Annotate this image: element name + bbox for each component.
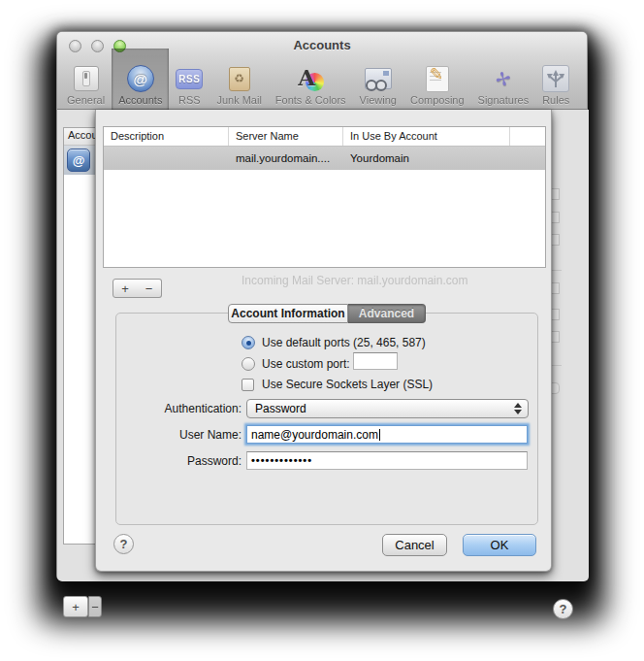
- toolbar-item-rules[interactable]: Rules: [535, 49, 576, 110]
- switch-icon: [73, 65, 100, 92]
- custom-port-radio[interactable]: [242, 357, 255, 371]
- authentication-value: Password: [255, 402, 306, 415]
- toolbar-item-viewing[interactable]: Viewing: [353, 49, 403, 110]
- mail-account-icon: @: [67, 149, 90, 172]
- custom-port-input[interactable]: [353, 352, 398, 370]
- table-header-row: Description Server Name In Use By Accoun…: [104, 127, 545, 147]
- ghost-field-fragment: [551, 282, 560, 294]
- add-server-button[interactable]: +: [113, 279, 138, 298]
- ghost-field-fragment: [551, 188, 560, 200]
- window-help-button[interactable]: ?: [553, 599, 573, 619]
- cell-description: [104, 147, 229, 170]
- fountain-pen-icon: ✢: [490, 65, 517, 92]
- tab-bar: Account Information Advanced: [228, 304, 426, 323]
- password-input[interactable]: •••••••••••••: [246, 451, 528, 470]
- toolbar-item-general[interactable]: General: [60, 49, 112, 110]
- branch-arrows-icon: [542, 65, 569, 92]
- junk-bag-icon: ♻: [226, 65, 253, 92]
- custom-port-label[interactable]: Use custom port:: [262, 357, 350, 371]
- ghost-field-fragment: [551, 212, 560, 223]
- table-row[interactable]: mail.yourdomain.... Yourdomain: [104, 147, 545, 170]
- ssl-checkbox[interactable]: [242, 379, 254, 391]
- ok-button[interactable]: OK: [463, 534, 536, 556]
- authentication-label: Authentication:: [96, 402, 242, 415]
- column-header-spacer: [510, 127, 545, 146]
- sheet-help-button[interactable]: ?: [113, 534, 134, 554]
- at-icon: @: [127, 65, 154, 92]
- remove-server-button[interactable]: −: [137, 279, 162, 298]
- ghost-field-fragment: [551, 331, 560, 343]
- window-chrome: Accounts General @ Accounts RSS RSS ♻ Ju…: [57, 32, 587, 110]
- toolbar-item-composing[interactable]: ✎ Composing: [403, 49, 471, 110]
- ghost-text: Incoming Mail Server: mail.yourdomain.co…: [242, 274, 467, 287]
- remove-account-button[interactable]: −: [88, 596, 102, 617]
- ghost-popup-fragment: [551, 382, 560, 394]
- user-name-input[interactable]: name@yourdomain.com: [246, 425, 528, 444]
- cell-in-use-by-account: Yourdomain: [343, 147, 510, 170]
- add-account-button[interactable]: +: [63, 596, 88, 617]
- toolbar-item-junk-mail[interactable]: ♻ Junk Mail: [209, 49, 268, 110]
- toolbar-item-rss[interactable]: RSS RSS: [169, 49, 209, 110]
- ghost-field-fragment: [551, 309, 560, 320]
- column-header-server-name[interactable]: Server Name: [229, 127, 343, 146]
- rss-icon: RSS: [176, 65, 203, 92]
- password-label: Password:: [96, 454, 242, 468]
- preferences-toolbar: General @ Accounts RSS RSS ♻ Junk Mail A: [58, 53, 588, 110]
- column-header-description[interactable]: Description: [104, 127, 229, 146]
- user-name-value: name@yourdomain.com: [251, 428, 378, 442]
- screenshot-stage: Accounts General @ Accounts RSS RSS ♻ Ju…: [0, 0, 644, 661]
- tab-advanced[interactable]: Advanced: [348, 304, 426, 323]
- ssl-label[interactable]: Use Secure Sockets Layer (SSL): [262, 378, 433, 391]
- toolbar-item-signatures[interactable]: ✢ Signatures: [471, 49, 536, 110]
- cancel-button[interactable]: Cancel: [382, 534, 447, 556]
- popup-stepper-icon: [514, 403, 522, 414]
- envelope-glasses-icon: [365, 65, 392, 92]
- text-caret: [379, 429, 380, 441]
- column-header-in-use-by-account[interactable]: In Use By Account: [343, 127, 510, 146]
- accounts-preferences-window: Accounts General @ Accounts RSS RSS ♻ Ju…: [56, 31, 588, 580]
- default-ports-radio[interactable]: [242, 336, 255, 349]
- authentication-popup[interactable]: Password: [246, 399, 529, 418]
- user-name-label: User Name:: [96, 428, 242, 442]
- toolbar-item-accounts[interactable]: @ Accounts: [112, 49, 169, 110]
- smtp-server-table: Description Server Name In Use By Accoun…: [103, 126, 546, 268]
- letter-color-wheel-icon: A: [297, 65, 324, 92]
- tab-account-information[interactable]: Account Information: [228, 304, 348, 323]
- toolbar-item-fonts-colors[interactable]: A Fonts & Colors: [269, 49, 353, 110]
- ghost-field-fragment: [551, 234, 560, 246]
- default-ports-label[interactable]: Use default ports (25, 465, 587): [262, 336, 426, 349]
- pencil-note-icon: ✎: [424, 65, 451, 92]
- smtp-server-sheet: Incoming Mail Server: mail.yourdomain.co…: [95, 110, 552, 572]
- cell-server-name: mail.yourdomain....: [229, 147, 343, 170]
